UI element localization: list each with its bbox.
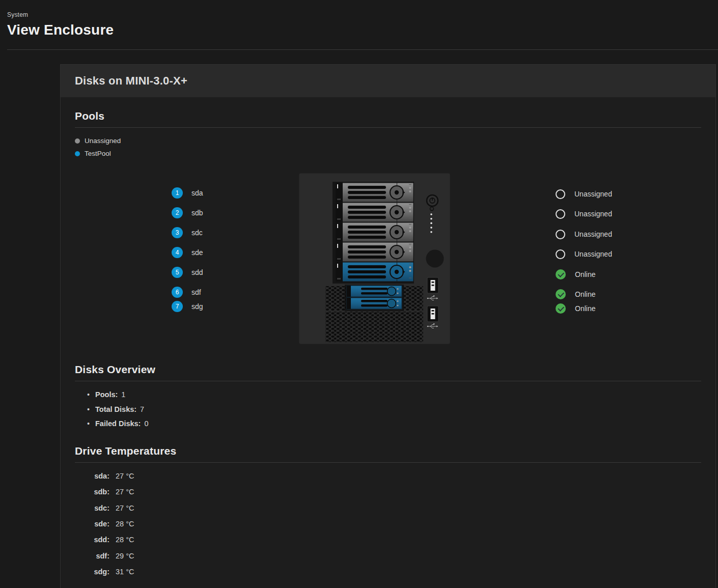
enclosure-bay-sdb[interactable] [336,203,413,222]
disk-number-badge: 5 [172,267,183,278]
temp-value: 31 °C [116,568,134,576]
vent-grill [325,312,423,342]
power-button-icon [427,195,438,206]
disk-number-badge: 6 [172,287,183,298]
disk-number-badge: 3 [172,227,183,238]
enclosure-card: Disks on MINI-3.0-X+ Pools Unassigned Te… [60,64,716,588]
disk-status-label: Online [575,270,595,278]
legend-item-testpool[interactable]: TestPool [75,147,701,160]
legend-label: Unassigned [85,137,121,145]
temp-value: 29 °C [116,552,134,560]
vent-grill [325,286,346,311]
temperatures-divider [75,462,701,463]
temp-disk-label: sdf: [75,552,109,560]
disk-name: sdg [191,302,203,311]
drive-temperatures-title: Drive Temperatures [75,444,701,458]
overview-list: Pools: 1 Total Disks: 7 Failed Disks: 0 [75,387,701,431]
temp-disk-label: sdb: [75,488,109,496]
enclosure-bay-sde[interactable] [336,242,413,262]
disk-label-row: 1sda [172,187,203,199]
enclosure-bay-sdf[interactable] [347,286,402,297]
disk-status-label: Online [575,304,595,313]
unassigned-circle-icon [556,230,565,239]
temp-value: 27 °C [116,488,134,496]
disk-status-row: Online [556,288,595,300]
online-check-icon [556,269,566,279]
temp-disk-label: sdd: [75,536,109,544]
drive-bays[interactable] [336,183,413,309]
bullet-icon [87,390,95,399]
disk-label-row: 6sdf [172,286,201,298]
unassigned-circle-icon [556,209,565,219]
disk-number-badge: 1 [172,187,183,199]
disk-status-row: Unassigned [556,228,612,240]
temp-row: sdb:27 °C [75,484,701,500]
disk-status-label: Online [575,290,595,298]
temp-value: 27 °C [116,472,134,480]
enclosure-graphic[interactable] [299,173,450,344]
enclosure-bay-sdd[interactable] [336,262,413,282]
temp-disk-label: sde: [75,520,109,528]
disk-status-label: Unassigned [574,230,612,238]
temp-value: 28 °C [116,536,134,544]
enclosure-bay-sdg[interactable] [347,298,402,309]
disk-status-label: Unassigned [574,190,612,198]
temp-disk-label: sdc: [75,504,109,512]
disks-overview-section: Disks Overview Pools: 1 Total Disks: 7 F… [75,363,701,431]
pools-section: Pools Unassigned TestPool [75,109,701,160]
overview-divider [75,381,701,381]
enclosure-visualization: 1sda2sdb3sdc4sde5sdd6sdf7sdg [75,170,701,348]
overview-value: 1 [121,390,125,399]
enclosure-bay-sda[interactable] [336,183,413,202]
temp-row: sda:27 °C [75,468,701,484]
disk-name: sdc [191,229,203,237]
disk-status-row: Unassigned [556,248,612,260]
card-title: Disks on MINI-3.0-X+ [75,74,187,88]
disk-status-row: Online [556,302,595,315]
overview-value: 0 [144,419,148,428]
overview-value: 7 [140,405,144,413]
pools-legend: Unassigned TestPool [75,134,701,160]
disk-name: sdd [191,268,203,276]
temp-row: sdf:29 °C [75,548,701,564]
temp-disk-label: sdg: [75,568,109,576]
disk-label-row: 7sdg [172,300,203,313]
list-item: Failed Disks: 0 [87,416,701,431]
temp-row: sdc:27 °C [75,500,701,516]
disk-name: sda [191,189,203,197]
list-item: Total Disks: 7 [87,402,701,417]
disk-status-label: Unassigned [574,210,612,218]
disk-number-badge: 7 [172,301,183,312]
breadcrumb-system[interactable]: System [7,11,718,18]
legend-item-unassigned[interactable]: Unassigned [75,134,701,147]
overview-label: Failed Disks: [95,419,141,428]
disk-status-row: Unassigned [556,188,612,200]
disk-label-row: 2sdb [172,207,203,219]
unassigned-circle-icon [556,249,565,259]
overview-label: Total Disks: [95,405,136,413]
temp-disk-label: sda: [75,472,109,480]
pools-title: Pools [75,109,701,123]
online-check-icon [556,303,566,314]
unassigned-circle-icon [556,189,565,199]
drive-temperatures-section: Drive Temperatures sda:27 °C sdb:27 °C s… [75,444,701,580]
disk-name: sdf [191,288,201,296]
temp-value: 27 °C [116,504,134,512]
enclosure-bay-sdc[interactable] [336,222,413,242]
page-title: View Enclosure [7,22,718,38]
disk-status-row: Unassigned [556,208,612,220]
disk-name: sdb [191,209,203,217]
lock-port-icon [426,250,444,268]
temperatures-rows: sda:27 °C sdb:27 °C sdc:27 °C sde:28 °C … [75,468,701,580]
bullet-icon [87,405,95,413]
disks-overview-title: Disks Overview [75,363,701,376]
online-check-icon [556,289,566,299]
disk-label-row: 5sdd [172,266,203,278]
card-content: Pools Unassigned TestPool 1sda2sdb3sdc4s… [61,97,715,580]
disk-label-row: 3sdc [172,227,203,239]
temp-row: sdg:31 °C [75,564,701,579]
temp-row: sde:28 °C [75,516,701,531]
card-header: Disks on MINI-3.0-X+ [61,65,715,97]
page-divider [7,49,718,50]
page-header: System View Enclosure [0,0,718,38]
